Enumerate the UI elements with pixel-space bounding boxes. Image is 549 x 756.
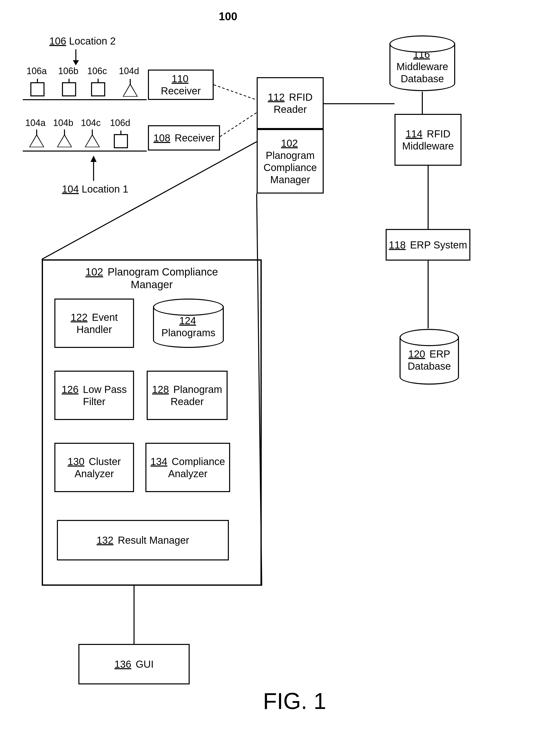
- rfid-middleware-box: 114 RFID Middleware: [394, 114, 461, 166]
- compliance-analyzer-box: 134 Compliance Analyzer: [145, 443, 230, 492]
- receiver-108-box: 108 Receiver: [148, 125, 220, 151]
- tag-label-106d: 106d: [110, 118, 130, 128]
- triangle-tag-icon: [57, 134, 72, 147]
- figure-caption: FIG. 1: [263, 688, 326, 714]
- triangle-tag-icon: [85, 134, 100, 147]
- tag-label-104d: 104d: [119, 66, 139, 76]
- cluster-analyzer-box: 130 Cluster Analyzer: [54, 443, 134, 492]
- svg-marker-1: [73, 60, 79, 65]
- event-handler-box: 122 Event Handler: [54, 299, 134, 348]
- location2-label: 106 Location 2: [49, 35, 116, 47]
- svg-marker-3: [91, 156, 97, 162]
- gui-box: 136 GUI: [78, 644, 190, 684]
- pcm-small-box: 102 Planogram Compliance Manager: [257, 129, 324, 194]
- lowpass-filter-box: 126 Low Pass Filter: [54, 371, 134, 420]
- svg-line-10: [42, 142, 257, 259]
- triangle-tag-icon: [29, 134, 44, 147]
- result-manager-box: 132 Result Manager: [57, 520, 229, 560]
- shelf2-line: [23, 99, 147, 100]
- tag-label-106c: 106c: [87, 66, 107, 76]
- square-tag-icon: [91, 82, 105, 96]
- square-tag-icon: [62, 82, 76, 96]
- square-tag-icon: [114, 134, 128, 148]
- svg-line-4: [214, 85, 257, 100]
- tag-label-104c: 104c: [81, 118, 101, 128]
- svg-line-5: [220, 113, 257, 137]
- planograms-cylinder: 124 Planograms: [153, 306, 224, 348]
- middleware-db-cylinder: 116 Middleware Database: [389, 43, 455, 91]
- shelf1-line: [23, 151, 147, 152]
- square-tag-icon: [30, 82, 45, 96]
- rfid-reader-box: 112 RFID Reader: [257, 77, 324, 129]
- triangle-tag-icon: [123, 83, 138, 97]
- tag-label-104b: 104b: [53, 118, 73, 128]
- tag-label-106b: 106b: [58, 66, 78, 76]
- tag-label-106a: 106a: [27, 66, 47, 76]
- erp-db-cylinder: 120 ERP Database: [399, 337, 459, 385]
- figure-number: 100: [219, 10, 237, 23]
- tag-label-104a: 104a: [25, 118, 46, 128]
- erp-system-box: 118 ERP System: [386, 229, 470, 261]
- receiver-110-box: 110 Receiver: [148, 70, 214, 100]
- location1-label: 104 Location 1: [62, 183, 128, 195]
- planogram-reader-box: 128 Planogram Reader: [147, 371, 228, 420]
